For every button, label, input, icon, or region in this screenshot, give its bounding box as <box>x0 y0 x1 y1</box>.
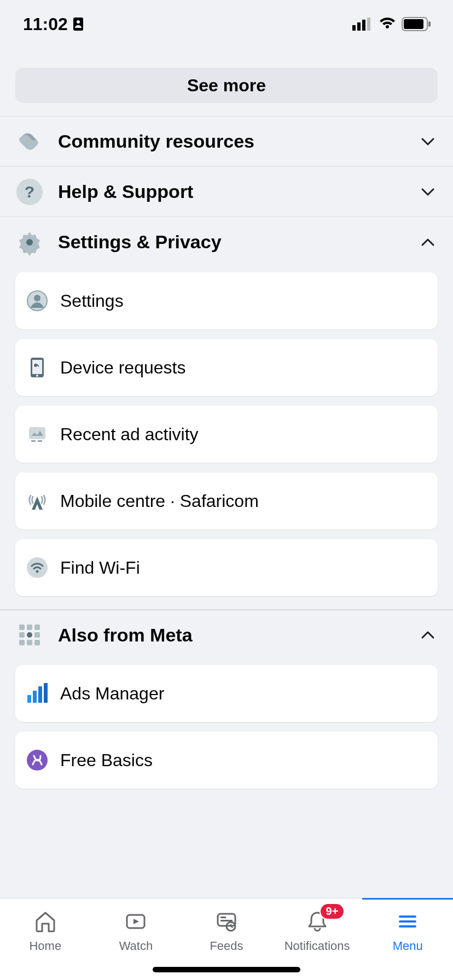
recent-ad-activity-item[interactable]: Recent ad activity <box>15 406 438 463</box>
svg-rect-42 <box>399 915 416 918</box>
gear-icon <box>15 228 44 256</box>
apps-grid-icon <box>15 621 44 649</box>
tab-feeds-label: Feeds <box>210 939 243 953</box>
mobile-centre-item[interactable]: Mobile centre · Safaricom <box>15 472 438 529</box>
svg-point-11 <box>26 239 33 246</box>
picture-icon <box>26 423 48 445</box>
help-support-title: Help & Support <box>58 181 404 202</box>
device-requests-label: Device requests <box>60 358 185 378</box>
recent-ad-activity-label: Recent ad activity <box>60 424 199 445</box>
svg-rect-44 <box>399 925 416 928</box>
svg-text:?: ? <box>25 183 34 201</box>
svg-rect-19 <box>31 440 36 442</box>
svg-rect-31 <box>34 640 40 645</box>
svg-rect-30 <box>27 640 32 645</box>
svg-point-16 <box>36 375 38 377</box>
svg-rect-26 <box>19 632 25 638</box>
ads-manager-item[interactable]: Ads Manager <box>15 665 438 722</box>
ads-manager-label: Ads Manager <box>60 684 164 704</box>
svg-rect-5 <box>367 18 370 31</box>
device-requests-item[interactable]: Device requests <box>15 339 438 396</box>
status-time-text: 11:02 <box>23 14 68 34</box>
main-content: See more Community resources ? Help & Su… <box>0 68 453 895</box>
notifications-badge: 9+ <box>320 903 345 920</box>
tab-home-label: Home <box>29 939 61 953</box>
person-circle-icon <box>26 290 48 312</box>
chevron-down-icon <box>418 182 438 202</box>
tab-menu[interactable]: Menu <box>362 898 453 980</box>
svg-rect-25 <box>34 625 40 630</box>
svg-rect-3 <box>357 22 361 31</box>
svg-rect-0 <box>73 18 83 31</box>
svg-rect-2 <box>352 25 356 31</box>
home-indicator[interactable] <box>153 967 300 972</box>
svg-point-13 <box>34 295 40 301</box>
svg-rect-24 <box>27 625 32 630</box>
tab-menu-label: Menu <box>393 939 423 953</box>
also-from-meta-title: Also from Meta <box>58 625 404 646</box>
free-basics-item[interactable]: Free Basics <box>15 732 438 789</box>
handshake-icon <box>15 127 44 156</box>
svg-rect-28 <box>34 632 40 638</box>
tower-icon <box>26 490 48 512</box>
id-card-icon <box>72 17 84 31</box>
settings-item[interactable]: Settings <box>15 272 438 329</box>
see-more-label: See more <box>187 75 266 96</box>
mobile-centre-label: Mobile centre · Safaricom <box>60 491 259 511</box>
also-from-meta-row[interactable]: Also from Meta <box>0 609 453 660</box>
svg-rect-8 <box>428 21 431 27</box>
chevron-up-icon <box>418 625 438 645</box>
settings-label: Settings <box>60 291 124 311</box>
find-wifi-item[interactable]: Find Wi-Fi <box>15 539 438 596</box>
svg-rect-4 <box>362 20 365 31</box>
watch-icon <box>123 908 149 935</box>
community-resources-row[interactable]: Community resources <box>0 116 453 166</box>
see-more-button[interactable]: See more <box>15 68 438 103</box>
help-support-row[interactable]: ? Help & Support <box>0 166 453 217</box>
tab-watch-label: Watch <box>119 939 153 953</box>
feeds-icon <box>213 908 240 935</box>
svg-rect-43 <box>399 920 416 923</box>
svg-rect-35 <box>44 683 48 703</box>
svg-rect-15 <box>32 360 42 374</box>
svg-rect-33 <box>33 691 37 703</box>
svg-point-27 <box>27 632 32 638</box>
svg-point-22 <box>36 570 39 573</box>
status-bar: 11:02 <box>0 0 453 48</box>
settings-privacy-title: Settings & Privacy <box>58 231 404 253</box>
svg-rect-23 <box>19 625 25 630</box>
chevron-down-icon <box>418 132 438 151</box>
svg-rect-39 <box>220 917 226 918</box>
help-icon: ? <box>15 178 44 206</box>
svg-rect-34 <box>38 686 42 703</box>
cellular-icon <box>352 18 373 31</box>
also-from-meta-list: Ads Manager Free Basics <box>0 660 453 802</box>
free-basics-icon <box>26 749 48 771</box>
chevron-up-icon <box>418 232 438 252</box>
settings-privacy-row[interactable]: Settings & Privacy <box>0 217 453 267</box>
bar-chart-icon <box>26 682 48 704</box>
status-time: 11:02 <box>23 14 84 34</box>
tab-home[interactable]: Home <box>0 899 91 980</box>
home-icon <box>32 908 59 935</box>
community-resources-title: Community resources <box>58 131 404 152</box>
tab-notifications-label: Notifications <box>284 939 350 953</box>
free-basics-label: Free Basics <box>60 750 153 771</box>
wifi-circle-icon <box>26 557 48 579</box>
svg-rect-18 <box>29 427 45 439</box>
battery-icon <box>402 17 431 31</box>
settings-privacy-list: Settings Device requests Recent ad activ… <box>0 267 453 609</box>
wifi-icon <box>379 18 396 31</box>
svg-rect-20 <box>38 440 42 442</box>
svg-rect-7 <box>404 19 423 29</box>
svg-rect-32 <box>27 695 31 703</box>
menu-icon <box>394 908 421 935</box>
status-icons <box>352 17 431 31</box>
svg-rect-29 <box>19 640 25 645</box>
phone-icon <box>26 357 48 378</box>
svg-point-1 <box>77 20 80 24</box>
find-wifi-label: Find Wi-Fi <box>60 558 140 578</box>
